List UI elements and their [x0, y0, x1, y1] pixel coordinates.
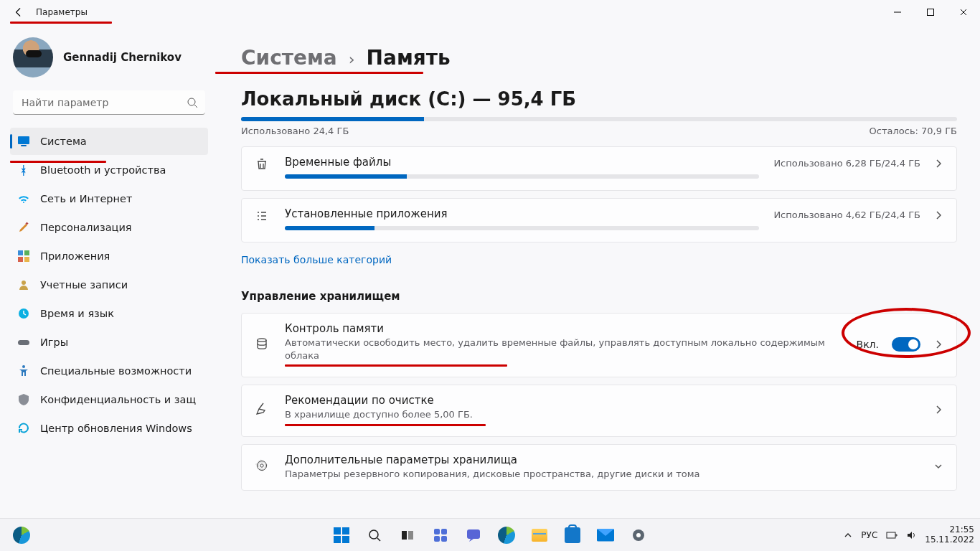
- taskbar-search-button[interactable]: [360, 521, 389, 550]
- window-close-button[interactable]: [947, 0, 980, 24]
- annotation-underline: [215, 72, 423, 74]
- search-icon: [187, 97, 198, 108]
- svg-rect-8: [24, 257, 29, 262]
- gear-icon: [631, 527, 646, 543]
- svg-rect-6: [24, 250, 29, 255]
- svg-point-15: [260, 464, 263, 467]
- sidebar-item-label: Конфиденциальность и защ: [40, 394, 196, 405]
- sidebar-item-label: Персонализация: [40, 222, 132, 233]
- network-icon[interactable]: [886, 530, 897, 540]
- close-icon: [959, 8, 968, 17]
- disk-free-label: Осталось: 70,9 ГБ: [870, 126, 957, 136]
- taskbar-tray: РУС 21:55 15.11.2022: [844, 525, 974, 545]
- sidebar-item-network[interactable]: Сеть и Интернет: [10, 185, 208, 212]
- advanced-storage-card[interactable]: Дополнительные параметры хранилища Парам…: [241, 444, 957, 491]
- sidebar-item-time-language[interactable]: Время и язык: [10, 300, 208, 327]
- svg-rect-19: [434, 529, 440, 534]
- page-title: Память: [367, 46, 451, 70]
- sidebar-item-gaming[interactable]: Игры: [10, 329, 208, 356]
- chevron-right-icon: [933, 405, 943, 415]
- sidebar-item-system[interactable]: Система: [10, 128, 208, 155]
- card-usage-text: Использовано 6,28 ГБ/24,4 ГБ: [773, 158, 920, 169]
- disk-usage-labels: Использовано 24,4 ГБ Осталось: 70,9 ГБ: [241, 126, 957, 136]
- window-minimize-button[interactable]: [881, 0, 914, 24]
- card-title: Установленные приложения: [285, 207, 759, 220]
- svg-point-13: [258, 339, 266, 342]
- maximize-icon: [926, 8, 935, 17]
- start-button[interactable]: [327, 521, 356, 550]
- input-language-indicator[interactable]: РУС: [861, 530, 877, 540]
- svg-rect-11: [18, 340, 29, 345]
- svg-rect-22: [441, 536, 447, 542]
- taskbar: РУС 21:55 15.11.2022: [0, 518, 980, 551]
- profile-block[interactable]: Gennadij Chernikov: [13, 37, 208, 77]
- taskbar-settings-button[interactable]: [624, 521, 653, 550]
- window-maximize-button[interactable]: [914, 0, 947, 24]
- sidebar-nav: Система ᚼ Bluetooth и устройства Сеть и …: [10, 128, 208, 442]
- sidebar-item-label: Время и язык: [40, 308, 114, 319]
- taskbar-mail-button[interactable]: [591, 521, 620, 550]
- card-title: Дополнительные параметры хранилища: [285, 453, 919, 466]
- windows-logo-icon: [334, 527, 349, 543]
- task-view-icon: [400, 528, 415, 542]
- card-usage-text: Использовано 4,62 ГБ/24,4 ГБ: [773, 209, 920, 220]
- breadcrumb-parent[interactable]: Система: [241, 46, 337, 70]
- disk-heading: Локальный диск (C:) — 95,4 ГБ: [241, 88, 958, 110]
- storage-icon: [255, 336, 270, 354]
- brush-icon: [17, 221, 30, 234]
- svg-rect-5: [18, 250, 23, 255]
- chevron-down-icon: [933, 461, 943, 471]
- window-controls: [881, 0, 980, 24]
- taskbar-store-button[interactable]: [558, 521, 587, 550]
- clock-date: 15.11.2022: [925, 535, 974, 545]
- task-view-button[interactable]: [393, 521, 422, 550]
- disk-usage-bar-fill: [241, 117, 424, 121]
- sidebar-item-apps[interactable]: Приложения: [10, 242, 208, 270]
- back-button[interactable]: [13, 6, 24, 18]
- clock-time: 21:55: [925, 525, 974, 535]
- chevron-right-icon: [933, 159, 943, 169]
- person-icon: [17, 278, 30, 291]
- svg-rect-3: [21, 145, 27, 146]
- taskbar-explorer-button[interactable]: [525, 521, 554, 550]
- apps-icon: [17, 250, 30, 263]
- sidebar-item-label: Сеть и Интернет: [40, 193, 132, 204]
- chevron-up-icon[interactable]: [844, 531, 852, 540]
- svg-point-16: [369, 530, 378, 539]
- search-input[interactable]: [13, 90, 205, 115]
- storage-sense-toggle[interactable]: [892, 337, 920, 352]
- taskbar-widgets-button[interactable]: [426, 521, 455, 550]
- chevron-right-icon: ›: [349, 50, 355, 68]
- sidebar-item-windows-update[interactable]: Центр обновления Windows: [10, 415, 208, 442]
- taskbar-clock[interactable]: 21:55 15.11.2022: [925, 525, 974, 545]
- card-title: Контроль памяти: [285, 322, 842, 335]
- chevron-right-icon: [933, 339, 943, 349]
- show-more-categories-link[interactable]: Показать больше категорий: [241, 254, 958, 265]
- storage-sense-card[interactable]: Контроль памяти Автоматически освободить…: [241, 313, 957, 377]
- svg-rect-17: [402, 531, 407, 540]
- sidebar-item-label: Приложения: [40, 250, 110, 262]
- monitor-icon: [17, 135, 30, 148]
- sidebar-item-accessibility[interactable]: Специальные возможности: [10, 357, 208, 385]
- storage-category-temp-files[interactable]: Временные файлы Использовано 6,28 ГБ/24,…: [241, 146, 957, 191]
- annotation-underline: [285, 364, 507, 367]
- app-title: Параметры: [36, 7, 88, 17]
- edge-icon: [13, 527, 30, 544]
- disk-used-label: Использовано 24,4 ГБ: [241, 126, 349, 136]
- storage-category-apps[interactable]: Установленные приложения Использовано 4,…: [241, 198, 957, 242]
- sidebar-item-privacy[interactable]: Конфиденциальность и защ: [10, 386, 208, 413]
- sidebar-item-bluetooth[interactable]: ᚼ Bluetooth и устройства: [10, 156, 208, 184]
- minimize-icon: [893, 8, 902, 17]
- sidebar-item-accounts[interactable]: Учетные записи: [10, 271, 208, 298]
- volume-icon[interactable]: [906, 530, 916, 540]
- taskbar-edge-button[interactable]: [492, 521, 521, 550]
- cleanup-recommendations-card[interactable]: Рекомендации по очистке В хранилище дост…: [241, 385, 957, 437]
- sidebar-item-label: Специальные возможности: [40, 365, 192, 377]
- avatar: [13, 37, 53, 77]
- taskbar-edge-pinned[interactable]: [7, 521, 36, 550]
- chevron-right-icon: [933, 210, 943, 220]
- taskbar-chat-button[interactable]: [459, 521, 488, 550]
- sidebar-item-personalization[interactable]: Персонализация: [10, 214, 208, 241]
- store-icon: [565, 527, 580, 543]
- titlebar: Параметры: [0, 0, 980, 24]
